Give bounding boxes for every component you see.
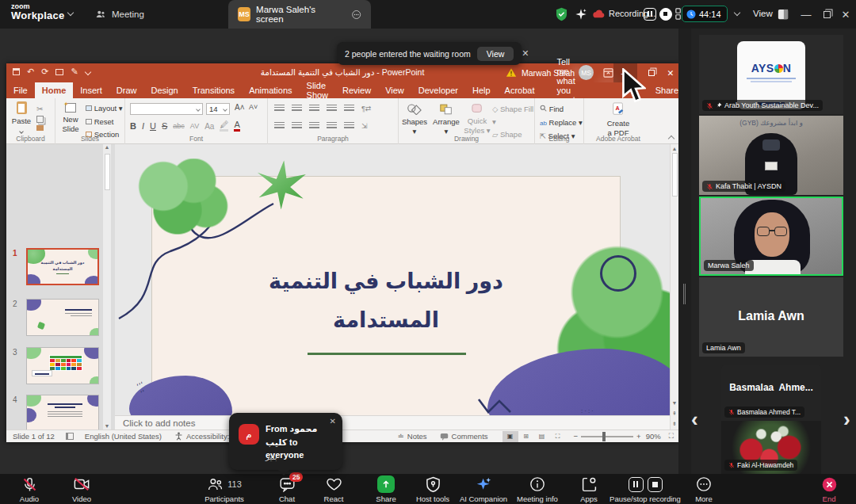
video-tile-marwa[interactable]: Marwa Saleh: [699, 197, 843, 276]
tab-review[interactable]: Review: [335, 82, 378, 98]
slide-thumbnail-2[interactable]: [26, 299, 99, 336]
slide-canvas[interactable]: دور الشباب في التنمية المستدامة ،،،،، :·…: [115, 144, 670, 415]
notes-indicator-icon[interactable]: [66, 433, 74, 440]
pause-recording-icon[interactable]: [644, 8, 656, 21]
chat-popup-close-icon[interactable]: ✕: [330, 417, 336, 426]
zoom-out-button[interactable]: −: [574, 432, 579, 441]
bold-button[interactable]: B: [130, 121, 136, 131]
align-center-icon[interactable]: [292, 122, 302, 130]
replace-button[interactable]: ab Replace ▾: [540, 116, 583, 129]
stop-recording-icon[interactable]: [659, 8, 672, 21]
gallery-next-icon[interactable]: ›: [843, 407, 850, 432]
zoom-in-button[interactable]: +: [636, 432, 641, 441]
next-slide-button[interactable]: ⇟: [671, 421, 678, 427]
tab-meeting[interactable]: Meeting: [86, 0, 154, 29]
cut-icon[interactable]: ✂: [36, 103, 44, 116]
scroll-thumb[interactable]: [672, 153, 678, 197]
previous-slide-button[interactable]: ⇞: [671, 410, 678, 417]
notes-pane[interactable]: Click to add notes: [115, 415, 670, 430]
tab-acrobat[interactable]: Acrobat: [498, 82, 542, 98]
tab-help[interactable]: Help: [465, 82, 498, 98]
tab-transitions[interactable]: Transitions: [185, 82, 242, 98]
meeting-timer[interactable]: 44:14: [682, 6, 728, 22]
arrange-button[interactable]: Arrange ▾: [430, 103, 462, 136]
align-right-icon[interactable]: [309, 122, 319, 130]
reading-view-button[interactable]: ▤: [534, 433, 550, 440]
highlight-color-icon[interactable]: 🖉: [220, 120, 228, 132]
comments-toggle[interactable]: Comments: [452, 432, 488, 441]
quick-styles-button[interactable]: QuickStyles ▾: [464, 103, 491, 136]
tab-shared-screen[interactable]: MS Marwa Saleh's screen: [228, 0, 371, 29]
language-status[interactable]: English (United States): [85, 432, 162, 441]
text-direction-icon[interactable]: ¶⇄: [361, 105, 371, 113]
underline-button[interactable]: U: [150, 121, 156, 131]
thumb-scroll-up-icon[interactable]: ▲: [103, 144, 111, 153]
align-left-icon[interactable]: [274, 122, 285, 130]
tab-animations[interactable]: Animations: [242, 82, 299, 98]
tab-more-icon[interactable]: [351, 9, 361, 21]
slide-thumbnail-3[interactable]: [26, 347, 99, 384]
participants-control[interactable]: 113 Participants: [197, 475, 252, 503]
tab-design[interactable]: Design: [143, 82, 185, 98]
tab-file[interactable]: File: [6, 82, 35, 98]
security-shield-icon[interactable]: [555, 7, 568, 21]
fit-to-window-icon[interactable]: ⛶: [669, 432, 674, 441]
smartart-convert-icon[interactable]: ⇲: [361, 122, 368, 130]
line-spacing-icon[interactable]: [344, 105, 354, 113]
ribbon-display-options-icon[interactable]: [603, 68, 613, 78]
tab-slide-show[interactable]: Slide Show: [300, 82, 336, 98]
tell-me-box[interactable]: Tell me what you want to do: [552, 82, 582, 98]
new-slide-button[interactable]: ✦ New Slide: [57, 103, 84, 134]
ai-companion-control[interactable]: AI Companion: [453, 475, 514, 503]
numbering-icon[interactable]: [292, 105, 302, 113]
audio-control[interactable]: Audio: [2, 475, 57, 503]
font-color-icon[interactable]: A: [234, 120, 239, 132]
tab-view[interactable]: View: [378, 82, 411, 98]
layout-button[interactable]: Layout ▾: [86, 102, 124, 116]
format-painter-icon[interactable]: [36, 125, 44, 131]
thumb-scroll-thumb[interactable]: [105, 154, 110, 190]
recording-control[interactable]: Pause/stop recording: [604, 475, 686, 503]
workplace-chevron-icon[interactable]: [67, 10, 74, 16]
change-case-icon[interactable]: Aa: [204, 122, 214, 131]
scroll-down-icon[interactable]: ▼: [671, 400, 678, 406]
sparkle-icon[interactable]: [575, 8, 587, 21]
thumbnail-scrollbar[interactable]: ▲ ▼: [102, 144, 111, 430]
font-size-combobox[interactable]: 14: [206, 103, 230, 115]
host-tools-control[interactable]: Host tools: [405, 475, 460, 503]
ppt-account-avatar[interactable]: MS: [579, 65, 594, 80]
video-tile-aysdn[interactable]: AYSN Arab Youth Sustainable Dev...: [699, 35, 843, 114]
react-control[interactable]: React: [306, 475, 361, 503]
justify-icon[interactable]: [327, 122, 337, 130]
view-button[interactable]: View: [753, 9, 773, 18]
zoom-slider[interactable]: [581, 436, 633, 437]
tab-insert[interactable]: Insert: [73, 82, 109, 98]
waiting-room-view-button[interactable]: View: [477, 47, 514, 61]
ppt-close-button[interactable]: ✕: [663, 63, 678, 82]
video-tile-faki[interactable]: Faki Al-Hawamdeh: [721, 421, 821, 474]
copy-icon[interactable]: [36, 116, 44, 123]
create-pdf-button[interactable]: A Createa PDF: [603, 102, 633, 138]
end-meeting-control[interactable]: End: [801, 475, 856, 503]
chat-notification-popup[interactable]: م From محمود كليب to everyone بليز ✕: [229, 413, 342, 470]
columns-icon[interactable]: [344, 122, 354, 130]
shrink-font-icon[interactable]: A˅: [249, 103, 258, 111]
tab-draw[interactable]: Draw: [109, 82, 144, 98]
more-control[interactable]: More: [676, 475, 732, 503]
timer-chevron-icon[interactable]: [734, 10, 740, 16]
zoom-slider-thumb[interactable]: [602, 432, 606, 441]
clear-strike-icon[interactable]: abc: [173, 122, 185, 130]
grow-font-icon[interactable]: A˄: [235, 103, 245, 112]
increase-indent-icon[interactable]: [327, 105, 337, 113]
window-close-button[interactable]: ✕: [832, 0, 856, 29]
toast-close-icon[interactable]: ✕: [522, 48, 529, 59]
video-control[interactable]: Video: [54, 475, 109, 503]
slide-scrollbar[interactable]: ▲ ▼ ⇞ ⇟: [670, 144, 678, 430]
meeting-info-control[interactable]: Meeting info: [507, 475, 567, 503]
slide-thumbnail-4[interactable]: [26, 395, 99, 430]
font-name-combobox[interactable]: [130, 103, 203, 115]
slide-sorter-view-button[interactable]: ⊞: [518, 433, 534, 440]
tab-developer[interactable]: Developer: [411, 82, 465, 98]
strikethrough-button[interactable]: S: [162, 121, 167, 131]
gallery-previous-icon[interactable]: ‹: [691, 407, 698, 432]
